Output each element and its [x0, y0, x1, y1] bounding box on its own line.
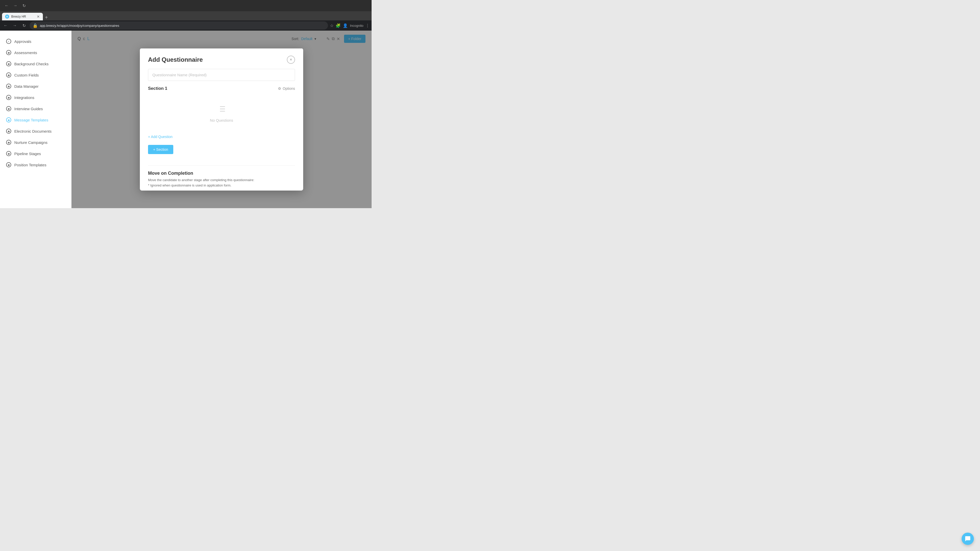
sidebar-item-approvals[interactable]: ✓ Approvals — [0, 36, 72, 47]
profile-icon[interactable]: 👤 — [343, 23, 348, 28]
sidebar-item-custom-fields[interactable]: ◉ Custom Fields — [0, 69, 72, 81]
sidebar-item-custom-fields-label: Custom Fields — [14, 73, 39, 77]
sidebar-item-message-templates[interactable]: ◉ Message Templates — [0, 114, 72, 125]
interview-guides-icon: ◉ — [6, 106, 11, 111]
sidebar-item-pipeline-stages-label: Pipeline Stages — [14, 151, 41, 156]
address-reload-button[interactable]: ↻ — [21, 22, 27, 29]
position-templates-icon: ◉ — [6, 162, 11, 167]
address-back-button[interactable]: ← — [2, 22, 9, 29]
tab-title: Breezy HR — [11, 15, 35, 18]
background-checks-icon: ◉ — [6, 61, 11, 66]
sidebar-item-background-checks[interactable]: ◉ Background Checks — [0, 58, 72, 69]
nurture-campaigns-icon: ◉ — [6, 140, 11, 145]
move-on-completion-section: Move on Completion Move the candidate to… — [148, 171, 295, 191]
active-tab[interactable]: B Breezy HR ✕ — [2, 13, 43, 21]
add-section-button[interactable]: + Section — [148, 145, 173, 154]
sidebar-item-data-manager-label: Data Manager — [14, 84, 38, 89]
assessments-icon: ◉ — [6, 50, 11, 55]
no-questions-icon — [217, 104, 226, 116]
back-button[interactable]: ← — [3, 2, 10, 9]
sidebar-item-approvals-label: Approvals — [14, 39, 32, 44]
address-bar-row: ← → ↻ 🔒 app.breezy.hr/app/c/moodjoy/comp… — [0, 21, 372, 30]
message-templates-icon: ◉ — [6, 118, 11, 122]
address-forward-button[interactable]: → — [11, 22, 18, 29]
sidebar-item-integrations[interactable]: ◉ Integrations — [0, 92, 72, 103]
section-header: Section 1 ⚙ Options — [148, 86, 295, 91]
lock-icon: 🔒 — [33, 23, 38, 28]
gear-icon: ⚙ — [278, 86, 281, 91]
sidebar-item-message-templates-label: Message Templates — [14, 118, 48, 122]
sidebar-item-nurture-campaigns[interactable]: ◉ Nurture Campaigns — [0, 137, 72, 148]
section-title: Section 1 — [148, 86, 167, 91]
pipeline-stages-icon: ◉ — [6, 151, 11, 156]
menu-icon[interactable]: ⋮ — [366, 23, 369, 28]
tab-bar: B Breezy HR ✕ + — [0, 11, 372, 21]
sidebar-item-pipeline-stages[interactable]: ◉ Pipeline Stages — [0, 148, 72, 159]
sidebar-item-assessments[interactable]: ◉ Assessments — [0, 47, 72, 58]
new-tab-button[interactable]: + — [45, 14, 48, 21]
tab-favicon: B — [5, 14, 9, 19]
no-questions-area: No Questions — [148, 94, 295, 133]
main-content: ✓ Approvals ◉ Assessments ◉ Background C… — [0, 30, 372, 208]
data-manager-icon: ◉ — [6, 84, 11, 89]
move-on-completion-note: * Ignored when questionnaire is used in … — [148, 183, 295, 187]
incognito-label: Incognito — [350, 24, 363, 27]
options-button[interactable]: ⚙ Options — [278, 86, 295, 91]
sidebar-item-integrations-label: Integrations — [14, 95, 34, 100]
forward-button[interactable]: → — [12, 2, 19, 9]
questionnaire-name-input[interactable] — [148, 69, 295, 81]
add-questionnaire-modal: Add Questionnaire × Section 1 ⚙ Options — [140, 48, 303, 191]
sidebar-item-assessments-label: Assessments — [14, 51, 37, 55]
modal-header: Add Questionnaire × — [148, 56, 295, 64]
sidebar-item-interview-guides[interactable]: ◉ Interview Guides — [0, 103, 72, 114]
modal-title: Add Questionnaire — [148, 56, 203, 63]
custom-fields-icon: ◉ — [6, 73, 11, 78]
close-icon: × — [290, 57, 292, 62]
sidebar: ✓ Approvals ◉ Assessments ◉ Background C… — [0, 30, 72, 208]
approvals-icon: ✓ — [6, 39, 11, 44]
integrations-icon: ◉ — [6, 95, 11, 100]
move-on-completion-title: Move on Completion — [148, 171, 295, 176]
url-text: app.breezy.hr/app/c/moodjoy/company/ques… — [40, 24, 119, 27]
address-bar[interactable]: 🔒 app.breezy.hr/app/c/moodjoy/company/qu… — [30, 21, 328, 30]
sidebar-item-position-templates-label: Position Templates — [14, 163, 46, 167]
add-question-button[interactable]: + Add Question — [148, 133, 172, 141]
sidebar-item-data-manager[interactable]: ◉ Data Manager — [0, 81, 72, 92]
sidebar-item-electronic-docs-label: Electronic Documents — [14, 129, 52, 133]
page-area: Q c L Sort: Default ▾ ✎ ⧉ ✕ + Folder — [72, 30, 372, 208]
extensions-icon[interactable]: 🧩 — [336, 23, 341, 28]
modal-close-button[interactable]: × — [287, 56, 295, 64]
browser-nav: ← → ↻ — [3, 2, 27, 9]
browser-action-icons: ☆ 🧩 👤 Incognito ⋮ — [330, 23, 369, 28]
options-label: Options — [283, 86, 295, 91]
reload-button[interactable]: ↻ — [21, 2, 27, 9]
bookmark-icon[interactable]: ☆ — [330, 23, 334, 28]
sidebar-item-position-templates[interactable]: ◉ Position Templates — [0, 159, 72, 170]
browser-chrome: ← → ↻ — [0, 0, 372, 11]
electronic-docs-icon: ◉ — [6, 129, 11, 134]
sidebar-item-background-checks-label: Background Checks — [14, 62, 48, 66]
sidebar-item-electronic-documents[interactable]: ◉ Electronic Documents — [0, 125, 72, 137]
no-questions-text: No Questions — [210, 118, 233, 122]
sidebar-item-interview-guides-label: Interview Guides — [14, 106, 43, 111]
sidebar-item-nurture-campaigns-label: Nurture Campaigns — [14, 140, 48, 144]
tab-close-icon[interactable]: ✕ — [37, 14, 40, 19]
move-on-completion-desc: Move the candidate to another stage afte… — [148, 178, 295, 182]
